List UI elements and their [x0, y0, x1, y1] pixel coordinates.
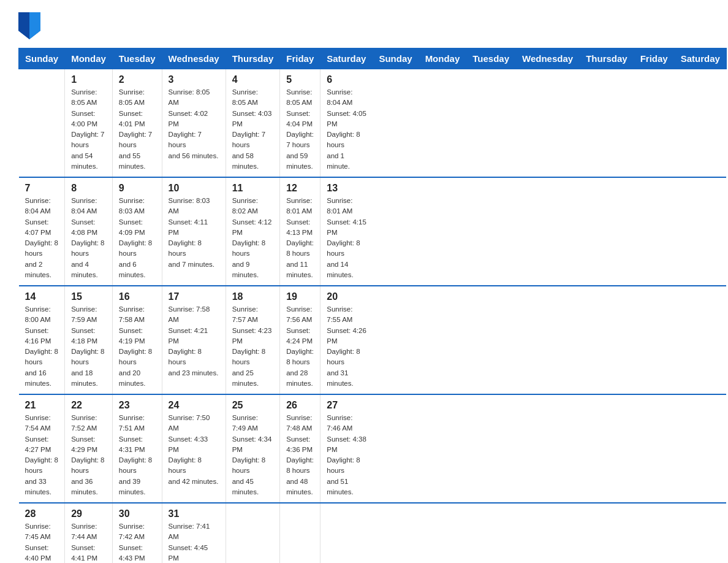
- day-info: Sunrise: 8:03 AM Sunset: 4:11 PM Dayligh…: [169, 196, 219, 270]
- calendar-cell: 12Sunrise: 8:01 AM Sunset: 4:13 PM Dayli…: [280, 177, 320, 286]
- calendar-week-row: 14Sunrise: 8:00 AM Sunset: 4:16 PM Dayli…: [19, 286, 727, 394]
- calendar-week-row: 21Sunrise: 7:54 AM Sunset: 4:27 PM Dayli…: [19, 394, 727, 503]
- day-info: Sunrise: 8:00 AM Sunset: 4:16 PM Dayligh…: [25, 304, 59, 389]
- day-number: 18: [232, 291, 274, 302]
- day-info: Sunrise: 7:48 AM Sunset: 4:36 PM Dayligh…: [286, 413, 314, 497]
- calendar-cell: [226, 503, 280, 563]
- day-info: Sunrise: 8:03 AM Sunset: 4:09 PM Dayligh…: [119, 196, 156, 280]
- calendar-cell: 9Sunrise: 8:03 AM Sunset: 4:09 PM Daylig…: [112, 177, 162, 286]
- day-number: 13: [327, 183, 366, 194]
- day-number: 19: [286, 291, 314, 302]
- day-info: Sunrise: 7:58 AM Sunset: 4:21 PM Dayligh…: [169, 304, 219, 378]
- day-number: 28: [25, 508, 59, 519]
- calendar-cell: 14Sunrise: 8:00 AM Sunset: 4:16 PM Dayli…: [19, 286, 65, 394]
- calendar-week-row: 7Sunrise: 8:04 AM Sunset: 4:07 PM Daylig…: [19, 177, 727, 286]
- svg-marker-1: [29, 12, 40, 39]
- day-info: Sunrise: 8:05 AM Sunset: 4:01 PM Dayligh…: [119, 87, 156, 172]
- day-number: 1: [71, 74, 106, 85]
- logo-icon: [18, 12, 40, 42]
- day-info: Sunrise: 8:04 AM Sunset: 4:07 PM Dayligh…: [25, 196, 59, 280]
- day-number: 20: [327, 291, 366, 302]
- day-number: 16: [119, 291, 156, 302]
- day-number: 12: [286, 183, 314, 194]
- day-number: 25: [232, 400, 274, 411]
- calendar-cell: 10Sunrise: 8:03 AM Sunset: 4:11 PM Dayli…: [162, 177, 226, 286]
- calendar-cell: 31Sunrise: 7:41 AM Sunset: 4:45 PM Dayli…: [162, 503, 226, 563]
- day-info: Sunrise: 8:01 AM Sunset: 4:15 PM Dayligh…: [327, 196, 366, 280]
- calendar-cell: 30Sunrise: 7:42 AM Sunset: 4:43 PM Dayli…: [112, 503, 162, 563]
- day-number: 9: [119, 183, 156, 194]
- day-number: 23: [119, 400, 156, 411]
- calendar-cell: 2Sunrise: 8:05 AM Sunset: 4:01 PM Daylig…: [112, 69, 162, 178]
- day-info: Sunrise: 7:50 AM Sunset: 4:33 PM Dayligh…: [169, 413, 219, 487]
- day-number: 21: [25, 400, 59, 411]
- day-info: Sunrise: 8:05 AM Sunset: 4:04 PM Dayligh…: [286, 87, 314, 172]
- day-number: 22: [71, 400, 106, 411]
- day-number: 11: [232, 183, 274, 194]
- header-wednesday: Wednesday: [162, 48, 226, 69]
- calendar-cell: [320, 503, 373, 563]
- day-number: 3: [169, 74, 219, 85]
- day-info: Sunrise: 7:46 AM Sunset: 4:38 PM Dayligh…: [327, 413, 366, 497]
- calendar-cell: 18Sunrise: 7:57 AM Sunset: 4:23 PM Dayli…: [226, 286, 280, 394]
- day-number: 4: [232, 74, 274, 85]
- day-info: Sunrise: 7:56 AM Sunset: 4:24 PM Dayligh…: [286, 304, 314, 389]
- header-day-tuesday: Tuesday: [466, 48, 516, 69]
- header-sunday: Sunday: [19, 48, 65, 69]
- calendar-cell: 3Sunrise: 8:05 AM Sunset: 4:02 PM Daylig…: [162, 69, 226, 178]
- day-info: Sunrise: 7:49 AM Sunset: 4:34 PM Dayligh…: [232, 413, 274, 497]
- calendar-cell: 13Sunrise: 8:01 AM Sunset: 4:15 PM Dayli…: [320, 177, 373, 286]
- day-info: Sunrise: 8:05 AM Sunset: 4:02 PM Dayligh…: [169, 87, 219, 161]
- header-tuesday: Tuesday: [112, 48, 162, 69]
- calendar-cell: 19Sunrise: 7:56 AM Sunset: 4:24 PM Dayli…: [280, 286, 320, 394]
- calendar-cell: 24Sunrise: 7:50 AM Sunset: 4:33 PM Dayli…: [162, 394, 226, 503]
- header-day-monday: Monday: [419, 48, 466, 69]
- day-info: Sunrise: 7:51 AM Sunset: 4:31 PM Dayligh…: [119, 413, 156, 497]
- calendar-cell: 16Sunrise: 7:58 AM Sunset: 4:19 PM Dayli…: [112, 286, 162, 394]
- day-info: Sunrise: 8:02 AM Sunset: 4:12 PM Dayligh…: [232, 196, 274, 280]
- day-info: Sunrise: 7:52 AM Sunset: 4:29 PM Dayligh…: [71, 413, 106, 497]
- day-info: Sunrise: 7:59 AM Sunset: 4:18 PM Dayligh…: [71, 304, 106, 389]
- day-info: Sunrise: 7:41 AM Sunset: 4:45 PM Dayligh…: [169, 521, 219, 563]
- logo: [18, 12, 43, 42]
- header-friday: Friday: [280, 48, 320, 69]
- svg-marker-2: [18, 12, 29, 39]
- day-info: Sunrise: 7:44 AM Sunset: 4:41 PM Dayligh…: [71, 521, 106, 563]
- calendar-cell: 22Sunrise: 7:52 AM Sunset: 4:29 PM Dayli…: [65, 394, 113, 503]
- day-number: 30: [119, 508, 156, 519]
- day-number: 14: [25, 291, 59, 302]
- calendar-week-row: 28Sunrise: 7:45 AM Sunset: 4:40 PM Dayli…: [19, 503, 727, 563]
- calendar-table: SundayMondayTuesdayWednesdayThursdayFrid…: [18, 48, 727, 563]
- calendar-cell: 15Sunrise: 7:59 AM Sunset: 4:18 PM Dayli…: [65, 286, 113, 394]
- day-info: Sunrise: 7:58 AM Sunset: 4:19 PM Dayligh…: [119, 304, 156, 389]
- calendar-cell: 25Sunrise: 7:49 AM Sunset: 4:34 PM Dayli…: [226, 394, 280, 503]
- day-info: Sunrise: 8:04 AM Sunset: 4:08 PM Dayligh…: [71, 196, 106, 280]
- day-number: 27: [327, 400, 366, 411]
- header-day-saturday: Saturday: [674, 48, 726, 69]
- calendar-cell: 11Sunrise: 8:02 AM Sunset: 4:12 PM Dayli…: [226, 177, 280, 286]
- header-day-friday: Friday: [634, 48, 674, 69]
- calendar-cell: 28Sunrise: 7:45 AM Sunset: 4:40 PM Dayli…: [19, 503, 65, 563]
- day-info: Sunrise: 7:45 AM Sunset: 4:40 PM Dayligh…: [25, 521, 59, 563]
- calendar-cell: 17Sunrise: 7:58 AM Sunset: 4:21 PM Dayli…: [162, 286, 226, 394]
- calendar-header-row: SundayMondayTuesdayWednesdayThursdayFrid…: [19, 48, 727, 69]
- calendar-cell: [280, 503, 320, 563]
- calendar-cell: 4Sunrise: 8:05 AM Sunset: 4:03 PM Daylig…: [226, 69, 280, 178]
- calendar-cell: 23Sunrise: 7:51 AM Sunset: 4:31 PM Dayli…: [112, 394, 162, 503]
- day-number: 6: [327, 74, 366, 85]
- day-number: 10: [169, 183, 219, 194]
- day-number: 15: [71, 291, 106, 302]
- calendar-cell: [19, 69, 65, 178]
- calendar-cell: 26Sunrise: 7:48 AM Sunset: 4:36 PM Dayli…: [280, 394, 320, 503]
- calendar-cell: 27Sunrise: 7:46 AM Sunset: 4:38 PM Dayli…: [320, 394, 373, 503]
- day-info: Sunrise: 8:05 AM Sunset: 4:00 PM Dayligh…: [71, 87, 106, 172]
- header-day-sunday: Sunday: [373, 48, 419, 69]
- header-day-thursday: Thursday: [580, 48, 634, 69]
- day-number: 17: [169, 291, 219, 302]
- header-thursday: Thursday: [226, 48, 280, 69]
- calendar-cell: 6Sunrise: 8:04 AM Sunset: 4:05 PM Daylig…: [320, 69, 373, 178]
- day-number: 31: [169, 508, 219, 519]
- day-number: 7: [25, 183, 59, 194]
- calendar-cell: 5Sunrise: 8:05 AM Sunset: 4:04 PM Daylig…: [280, 69, 320, 178]
- calendar-cell: 20Sunrise: 7:55 AM Sunset: 4:26 PM Dayli…: [320, 286, 373, 394]
